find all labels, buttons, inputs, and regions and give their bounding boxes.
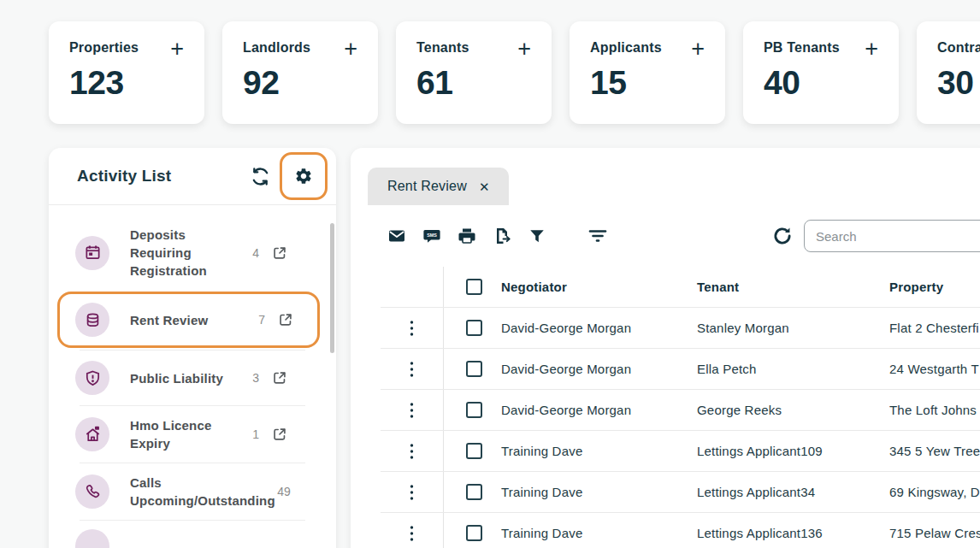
stat-card-label: Contractors (937, 40, 980, 56)
tab-rent-review[interactable]: Rent Review ✕ (368, 168, 509, 205)
external-link-icon[interactable] (271, 426, 288, 443)
activity-item-calls-upcoming-outstanding[interactable]: Calls Upcoming/Outstanding 49 (49, 463, 336, 520)
row-checkbox[interactable] (466, 402, 482, 418)
search-input[interactable] (804, 220, 980, 252)
print-icon (458, 227, 476, 245)
external-link-icon[interactable] (277, 311, 294, 328)
cell-property: 69 Kingsway, D (889, 485, 980, 499)
activity-list-scrollbar[interactable] (330, 223, 334, 353)
cell-negotiator: David-George Morgan (501, 321, 697, 335)
cell-tenant: Lettings Applicant109 (697, 444, 889, 458)
column-header-negotiator: Negotiator (501, 280, 697, 294)
select-all-checkbox[interactable] (466, 279, 482, 295)
sms-icon: SMS (422, 227, 441, 245)
add-pb-tenants-button[interactable]: + (865, 40, 878, 57)
row-checkbox[interactable] (466, 320, 482, 336)
activity-item-count: 49 (275, 485, 291, 498)
stat-card-contractors: Contractors + 30 (917, 21, 980, 124)
add-applicants-button[interactable]: + (691, 40, 705, 57)
cell-property: 715 Pelaw Cres (889, 526, 980, 540)
sms-button[interactable]: SMS (422, 227, 441, 245)
activity-item-count: 1 (244, 427, 259, 441)
cell-negotiator: Training Dave (501, 444, 697, 458)
row-menu-icon[interactable] (406, 521, 417, 545)
activity-item-rent-review[interactable]: Rent Review 7 (57, 292, 320, 348)
settings-button[interactable] (294, 167, 313, 186)
cell-negotiator: Training Dave (501, 526, 697, 540)
table-row[interactable]: Training Dave Lettings Applicant109 345 … (381, 431, 980, 472)
print-button[interactable] (458, 227, 476, 245)
stat-card-pb-tenants: PB Tenants + 40 (743, 21, 899, 124)
activity-item-count: 3 (244, 371, 259, 385)
refresh-icon (251, 167, 270, 186)
column-header-property: Property (889, 280, 980, 294)
external-link-icon[interactable] (271, 369, 288, 386)
rent-review-panel: Rent Review ✕ (351, 148, 980, 548)
highlight-box-gear (280, 152, 328, 200)
table-row[interactable]: Training Dave Lettings Applicant136 715 … (381, 513, 980, 548)
grid-refresh-button[interactable] (771, 225, 794, 247)
activity-item-label: Hmo Licence Expiry (130, 416, 244, 452)
stat-card-label: Properties (69, 40, 139, 56)
activity-item-count: 4 (244, 246, 259, 260)
table-row[interactable]: David-George Morgan George Reeks The Lof… (381, 390, 980, 431)
table-row[interactable]: David-George Morgan Ella Petch 24 Westga… (381, 349, 980, 390)
export-button[interactable] (493, 227, 511, 245)
row-checkbox[interactable] (466, 525, 482, 541)
grid-toolbar: SMS (387, 219, 980, 253)
divider (80, 520, 305, 521)
cell-tenant: Ella Petch (697, 362, 889, 376)
activity-item-deposits-requiring-registration[interactable]: Deposits Requiring Registration 4 (49, 215, 336, 290)
activity-list: Deposits Requiring Registration 4 (49, 205, 336, 548)
house-flag-icon (75, 417, 109, 451)
stat-card-value: 92 (243, 64, 357, 102)
row-checkbox[interactable] (466, 484, 482, 500)
cell-property: 345 5 Yew Tree (889, 444, 980, 458)
phone-icon (75, 474, 109, 509)
row-menu-icon[interactable] (406, 316, 417, 340)
activity-item-hmo-licence-expiry[interactable]: Hmo Licence Expiry 1 (49, 406, 336, 463)
activity-item-icon-partial (75, 529, 109, 548)
cell-tenant: George Reeks (697, 403, 889, 417)
add-tenants-button[interactable]: + (517, 40, 531, 57)
activity-list-title: Activity List (77, 167, 247, 186)
row-checkbox[interactable] (466, 361, 482, 377)
stat-card-tenants: Tenants + 61 (396, 21, 552, 124)
row-menu-icon[interactable] (406, 357, 417, 381)
activity-item-public-liability[interactable]: Public Liability 3 (49, 351, 336, 405)
activity-item-label: Public Liability (130, 369, 244, 387)
stat-card-label: PB Tenants (764, 40, 840, 56)
close-icon[interactable]: ✕ (479, 180, 490, 193)
row-menu-icon[interactable] (406, 439, 417, 463)
cell-negotiator: David-George Morgan (501, 403, 697, 417)
stat-card-value: 123 (69, 64, 184, 102)
activity-item-count: 7 (250, 313, 265, 327)
export-icon (493, 227, 511, 245)
stat-card-applicants: Applicants + 15 (570, 21, 725, 124)
cell-property: The Loft Johns (889, 403, 980, 417)
stat-card-label: Tenants (416, 40, 469, 56)
rent-review-table: Negotiator Tenant Property David-George … (381, 267, 980, 548)
row-menu-icon[interactable] (406, 398, 417, 422)
table-header-row: Negotiator Tenant Property (381, 267, 980, 308)
filter-lines-icon (587, 227, 608, 245)
cell-negotiator: Training Dave (501, 485, 697, 499)
table-row[interactable]: David-George Morgan Stanley Morgan Flat … (381, 308, 980, 349)
cell-property: 24 Westgarth T (889, 362, 980, 376)
external-link-icon[interactable] (271, 245, 288, 262)
dashboard: Properties + 123 Landlords + 92 Tenants … (0, 0, 980, 548)
filter-button[interactable] (528, 227, 546, 245)
row-menu-icon[interactable] (406, 480, 417, 504)
add-properties-button[interactable]: + (170, 40, 184, 57)
cell-tenant: Lettings Applicant34 (697, 485, 889, 499)
activity-item-label: Rent Review (130, 311, 250, 329)
email-button[interactable] (387, 227, 406, 245)
add-landlords-button[interactable]: + (344, 40, 357, 57)
row-checkbox[interactable] (466, 443, 482, 459)
refresh-icon (771, 225, 794, 247)
activity-refresh-button[interactable] (247, 163, 273, 189)
table-row[interactable]: Training Dave Lettings Applicant34 69 Ki… (381, 472, 980, 513)
stat-cards-row: Properties + 123 Landlords + 92 Tenants … (49, 21, 980, 124)
cell-property: Flat 2 Chesterfi (889, 321, 980, 335)
filter-lines-button[interactable] (588, 227, 607, 245)
